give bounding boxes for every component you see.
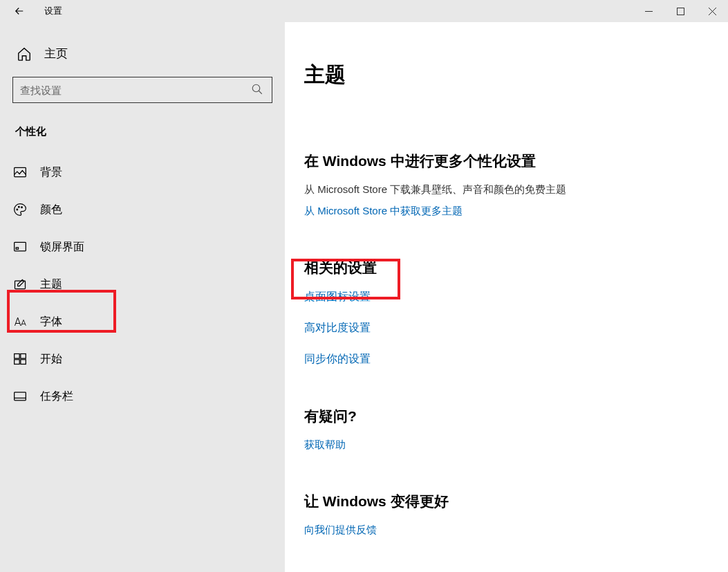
group-title: 让 Windows 变得更好: [304, 492, 709, 511]
home-icon: [17, 46, 32, 62]
sidebar-item-themes[interactable]: 主题: [8, 266, 272, 303]
theme-icon: [12, 277, 28, 292]
sidebar-item-colors[interactable]: 颜色: [8, 191, 272, 228]
home-link[interactable]: 主页: [12, 35, 272, 77]
sidebar-item-fonts[interactable]: 字体: [8, 303, 272, 340]
search-input[interactable]: [20, 84, 251, 96]
sync-settings-link[interactable]: 同步你的设置: [304, 352, 709, 367]
feedback-link[interactable]: 向我们提供反馈: [304, 524, 709, 537]
close-icon: [709, 8, 716, 15]
sidebar-item-label: 锁屏界面: [40, 240, 84, 255]
group-title: 有疑问?: [304, 407, 709, 426]
search-icon: [251, 83, 265, 97]
arrow-left-icon: [13, 5, 26, 17]
sidebar-item-label: 背景: [40, 165, 62, 180]
svg-rect-13: [15, 392, 26, 400]
picture-icon: [12, 165, 28, 180]
svg-point-4: [19, 206, 20, 207]
svg-rect-7: [16, 248, 18, 250]
svg-point-5: [21, 207, 23, 208]
home-label: 主页: [44, 46, 68, 62]
maximize-icon: [677, 8, 684, 15]
back-button[interactable]: [11, 3, 28, 19]
svg-rect-12: [21, 360, 26, 365]
search-box[interactable]: [12, 77, 272, 103]
group-questions: 有疑问? 获取帮助: [304, 407, 709, 452]
get-help-link[interactable]: 获取帮助: [304, 439, 709, 452]
main-content: 主题 在 Windows 中进行更多个性化设置 从 Microsoft Stor…: [285, 22, 728, 572]
titlebar: 设置: [0, 0, 728, 22]
group-more-personalization: 在 Windows 中进行更多个性化设置 从 Microsoft Store 下…: [304, 151, 709, 218]
page-title: 主题: [304, 61, 709, 89]
group-title: 相关的设置: [304, 258, 709, 277]
section-header: 个性化: [12, 125, 272, 138]
minimize-icon: [645, 8, 653, 15]
sidebar-item-start[interactable]: 开始: [8, 340, 272, 378]
sidebar: 主页 个性化 背景 颜色 锁屏界面: [0, 22, 285, 572]
sidebar-item-label: 开始: [40, 352, 62, 367]
svg-rect-0: [677, 8, 684, 15]
close-button[interactable]: [696, 0, 728, 22]
svg-point-1: [252, 84, 260, 92]
start-icon: [12, 351, 28, 367]
sidebar-item-background[interactable]: 背景: [8, 154, 272, 191]
sidebar-item-taskbar[interactable]: 任务栏: [8, 378, 272, 415]
sidebar-item-label: 字体: [40, 315, 62, 329]
sidebar-item-lockscreen[interactable]: 锁屏界面: [8, 228, 272, 266]
font-icon: [12, 314, 28, 329]
svg-rect-6: [15, 242, 26, 251]
svg-rect-11: [15, 360, 20, 365]
high-contrast-settings-link[interactable]: 高对比度设置: [304, 321, 709, 335]
desktop-icon-settings-link[interactable]: 桌面图标设置: [304, 290, 709, 304]
sidebar-item-label: 任务栏: [40, 389, 73, 404]
group-title: 在 Windows 中进行更多个性化设置: [304, 151, 709, 171]
minimize-button[interactable]: [633, 0, 664, 22]
taskbar-icon: [12, 389, 28, 404]
svg-point-3: [17, 209, 18, 210]
group-related-settings: 相关的设置 桌面图标设置 高对比度设置 同步你的设置: [304, 258, 709, 367]
svg-rect-10: [21, 354, 26, 359]
store-themes-link[interactable]: 从 Microsoft Store 中获取更多主题: [304, 205, 709, 218]
window-controls: [633, 0, 728, 22]
sidebar-item-label: 颜色: [40, 203, 62, 217]
group-description: 从 Microsoft Store 下载兼具壁纸、声音和颜色的免费主题: [304, 183, 709, 196]
palette-icon: [12, 202, 28, 217]
lockscreen-icon: [12, 239, 28, 255]
sidebar-item-label: 主题: [40, 277, 62, 292]
svg-rect-9: [15, 354, 20, 359]
group-feedback: 让 Windows 变得更好 向我们提供反馈: [304, 492, 709, 537]
window-title: 设置: [44, 5, 62, 17]
maximize-button[interactable]: [664, 0, 696, 22]
